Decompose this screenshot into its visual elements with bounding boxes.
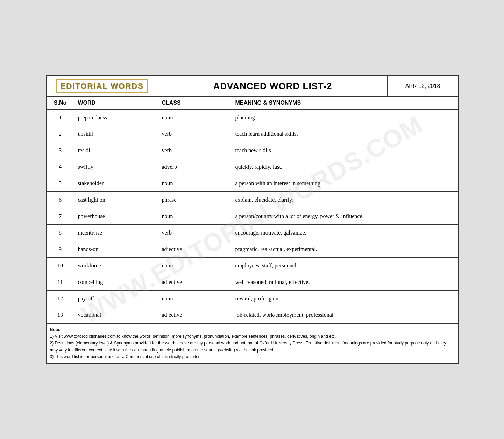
cell-meaning: pragmatic, real/actual, experimental.: [232, 241, 458, 257]
cell-class: verb: [158, 142, 232, 159]
cell-class: noun: [158, 110, 232, 126]
cell-class: adjective: [158, 274, 232, 290]
table-row: 4 swiftly adverb quickly, rapidly, fast.: [47, 159, 458, 175]
notes-section: Note: 1) Visit www.oxforddictionaries.co…: [47, 324, 458, 363]
cell-meaning: teach learn additional skills.: [232, 126, 458, 142]
cell-sno: 4: [47, 159, 74, 175]
cell-meaning: encourage, motivate, galvanize.: [232, 225, 458, 241]
cell-sno: 12: [47, 291, 74, 307]
cell-word: workforce: [74, 258, 158, 274]
table-row: 13 vocational adjective job-related, wor…: [47, 307, 458, 324]
cell-class: adjective: [158, 307, 232, 323]
cell-sno: 3: [47, 142, 74, 159]
cell-sno: 10: [47, 258, 74, 274]
note-line: 1) Visit www.oxforddictionaries.com to k…: [50, 333, 454, 340]
cell-word: reskill: [74, 142, 158, 159]
column-headers: S.No WORD CLASS MEANING & SYNONYMS: [47, 97, 458, 110]
table-row: 3 reskill verb teach new skills.: [47, 142, 458, 159]
cell-word: vocational: [74, 307, 158, 323]
notes-title: Note:: [50, 327, 61, 332]
cell-class: verb: [158, 126, 232, 142]
cell-word: upskill: [74, 126, 158, 142]
brand-text: EDITORIAL WORDS: [56, 79, 148, 93]
table-row: 9 hands-on adjective pragmatic, real/act…: [47, 241, 458, 258]
cell-meaning: teach new skills.: [232, 142, 458, 159]
cell-class: noun: [158, 208, 232, 224]
table-row: 6 cast light on phrase explain, elucidat…: [47, 192, 458, 208]
col-header-meaning: MEANING & SYNONYMS: [232, 97, 458, 109]
cell-sno: 13: [47, 307, 74, 323]
cell-class: noun: [158, 258, 232, 274]
cell-word: stakeholder: [74, 175, 158, 191]
col-header-word: WORD: [74, 97, 158, 109]
table-row: 2 upskill verb teach learn additional sk…: [47, 126, 458, 142]
header-title: ADVANCED WORD LIST-2: [158, 76, 388, 96]
cell-class: adverb: [158, 159, 232, 175]
cell-meaning: a person with an interest in something.: [232, 175, 458, 191]
cell-meaning: job-related, work/employment, profession…: [232, 307, 458, 323]
cell-word: compelling: [74, 274, 158, 290]
cell-sno: 8: [47, 225, 74, 241]
cell-class: phrase: [158, 192, 232, 208]
table-row: 1 preparedness noun planning.: [47, 110, 458, 126]
cell-word: hands-on: [74, 241, 158, 257]
cell-class: noun: [158, 291, 232, 307]
cell-sno: 5: [47, 175, 74, 191]
table-row: 7 powerhouse noun a person/country with …: [47, 208, 458, 225]
col-header-class: CLASS: [158, 97, 232, 109]
cell-sno: 1: [47, 110, 74, 126]
table-row: 11 compelling adjective well reasoned, r…: [47, 274, 458, 291]
cell-word: preparedness: [74, 110, 158, 126]
cell-sno: 2: [47, 126, 74, 142]
note-line: 3) This word list is for personal use on…: [50, 354, 454, 360]
table-row: 5 stakeholder noun a person with an inte…: [47, 175, 458, 192]
cell-meaning: well reasoned, rational, effective.: [232, 274, 458, 290]
cell-class: adjective: [158, 241, 232, 257]
header-brand: EDITORIAL WORDS: [47, 76, 158, 96]
cell-class: noun: [158, 175, 232, 191]
cell-meaning: planning.: [232, 110, 458, 126]
table-body: 1 preparedness noun planning. 2 upskill …: [47, 110, 458, 324]
cell-meaning: a person/country with a lot of energy, p…: [232, 208, 458, 224]
cell-sno: 11: [47, 274, 74, 290]
cell-meaning: quickly, rapidly, fast.: [232, 159, 458, 175]
header-date: APR 12, 2018: [388, 76, 458, 96]
table-row: 12 pay-off noun reward, profit, gain.: [47, 291, 458, 307]
table-row: 8 incentivise verb encourage, motivate, …: [47, 225, 458, 241]
cell-meaning: explain, elucidate, clarify.: [232, 192, 458, 208]
note-line: 2) Definitions (elementary level) & Syno…: [50, 340, 454, 353]
cell-class: verb: [158, 225, 232, 241]
cell-sno: 7: [47, 208, 74, 224]
cell-meaning: reward, profit, gain.: [232, 291, 458, 307]
cell-word: cast light on: [74, 192, 158, 208]
cell-word: swiftly: [74, 159, 158, 175]
page-container: WWW.EDITORIALWORDS.COM EDITORIAL WORDS A…: [46, 75, 459, 364]
cell-word: pay-off: [74, 291, 158, 307]
col-header-sno: S.No: [47, 97, 74, 109]
notes-lines: 1) Visit www.oxforddictionaries.com to k…: [50, 333, 454, 360]
cell-word: powerhouse: [74, 208, 158, 224]
cell-sno: 6: [47, 192, 74, 208]
cell-meaning: employees, staff, personnel.: [232, 258, 458, 274]
table-row: 10 workforce noun employees, staff, pers…: [47, 258, 458, 274]
cell-sno: 9: [47, 241, 74, 257]
header-row: EDITORIAL WORDS ADVANCED WORD LIST-2 APR…: [47, 76, 458, 97]
cell-word: incentivise: [74, 225, 158, 241]
